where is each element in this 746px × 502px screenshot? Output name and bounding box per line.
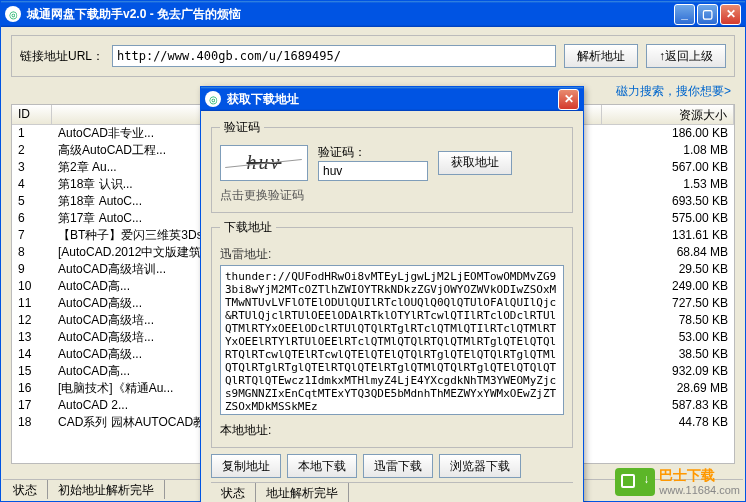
cell-size: 68.84 MB: [602, 244, 734, 261]
minimize-button[interactable]: _: [674, 4, 695, 25]
watermark-logo-icon: [615, 468, 655, 496]
cell-size: 78.50 KB: [602, 312, 734, 329]
cell-size: 693.50 KB: [602, 193, 734, 210]
cell-id: 14: [12, 346, 52, 363]
cell-id: 13: [12, 329, 52, 346]
cell-size: 38.50 KB: [602, 346, 734, 363]
status-text: 初始地址解析完毕: [48, 480, 165, 499]
cell-size: 587.83 KB: [602, 397, 734, 414]
dialog-title: 获取下载地址: [227, 91, 558, 108]
main-titlebar[interactable]: ◎ 城通网盘下载助手v2.0 - 免去广告的烦恼 _ ▢ ✕: [1, 1, 745, 27]
captcha-label: 验证码：: [318, 145, 366, 159]
dialog-titlebar[interactable]: ◎ 获取下载地址 ✕: [201, 87, 583, 111]
cell-id: 16: [12, 380, 52, 397]
cell-size: 28.69 MB: [602, 380, 734, 397]
cell-id: 6: [12, 210, 52, 227]
dialog-buttons: 复制地址 本地下载 迅雷下载 浏览器下载: [211, 454, 573, 478]
cell-size: 1.53 MB: [602, 176, 734, 193]
cell-size: 727.50 KB: [602, 295, 734, 312]
captcha-refresh-hint[interactable]: 点击更换验证码: [220, 187, 564, 204]
cell-id: 17: [12, 397, 52, 414]
local-label: 本地地址:: [220, 423, 271, 437]
parse-button[interactable]: 解析地址: [564, 44, 638, 68]
cell-id: 1: [12, 125, 52, 142]
local-download-button[interactable]: 本地下载: [287, 454, 357, 478]
cell-size: 53.00 KB: [602, 329, 734, 346]
browser-download-button[interactable]: 浏览器下载: [439, 454, 521, 478]
cell-id: 7: [12, 227, 52, 244]
dialog-status-text: 地址解析完毕: [256, 483, 349, 502]
cell-id: 9: [12, 261, 52, 278]
dialog-app-icon: ◎: [205, 91, 221, 107]
cell-id: 8: [12, 244, 52, 261]
url-bar: 链接地址URL： 解析地址 ↑返回上级: [11, 35, 735, 77]
captcha-group: 验证码 huv 验证码： 获取地址 点击更换验证码: [211, 119, 573, 213]
get-address-button[interactable]: 获取地址: [438, 151, 512, 175]
col-size[interactable]: 资源大小: [602, 105, 734, 124]
copy-address-button[interactable]: 复制地址: [211, 454, 281, 478]
maximize-button[interactable]: ▢: [697, 4, 718, 25]
dialog-status-bar: 状态 地址解析完毕: [211, 482, 573, 502]
url-label: 链接地址URL：: [20, 48, 104, 65]
window-title: 城通网盘下载助手v2.0 - 免去广告的烦恼: [27, 6, 674, 23]
cell-id: 15: [12, 363, 52, 380]
cell-id: 4: [12, 176, 52, 193]
dialog-status-label: 状态: [211, 483, 256, 502]
dialog-close-button[interactable]: ✕: [558, 89, 579, 110]
app-icon: ◎: [5, 6, 21, 22]
cell-size: 186.00 KB: [602, 125, 734, 142]
captcha-legend: 验证码: [220, 119, 264, 136]
cell-size: 575.00 KB: [602, 210, 734, 227]
watermark-name: 巴士下载: [659, 468, 740, 483]
cell-id: 2: [12, 142, 52, 159]
thunder-address-box[interactable]: thunder://QUFodHRwOi8vMTEyLjgwLjM2LjEOMT…: [220, 265, 564, 415]
download-dialog: ◎ 获取下载地址 ✕ 验证码 huv 验证码： 获取地址 点击更换验证码 下载地…: [200, 86, 584, 502]
cell-size: 44.78 KB: [602, 414, 734, 431]
watermark: 巴士下载 www.11684.com: [615, 468, 740, 496]
col-id[interactable]: ID: [12, 105, 52, 124]
cell-size: 932.09 KB: [602, 363, 734, 380]
captcha-input[interactable]: [318, 161, 428, 181]
status-label: 状态: [3, 480, 48, 499]
cell-id: 11: [12, 295, 52, 312]
cell-id: 3: [12, 159, 52, 176]
back-button[interactable]: ↑返回上级: [646, 44, 726, 68]
thunder-download-button[interactable]: 迅雷下载: [363, 454, 433, 478]
cell-size: 131.61 KB: [602, 227, 734, 244]
thunder-label: 迅雷地址:: [220, 246, 564, 263]
cell-size: 29.50 KB: [602, 261, 734, 278]
cell-id: 5: [12, 193, 52, 210]
captcha-image[interactable]: huv: [220, 145, 308, 181]
cell-size: 1.08 MB: [602, 142, 734, 159]
download-legend: 下载地址: [220, 219, 276, 236]
watermark-url: www.11684.com: [659, 484, 740, 496]
url-input[interactable]: [112, 45, 556, 67]
cell-id: 10: [12, 278, 52, 295]
cell-id: 18: [12, 414, 52, 431]
cell-size: 249.00 KB: [602, 278, 734, 295]
cell-size: 567.00 KB: [602, 159, 734, 176]
close-button[interactable]: ✕: [720, 4, 741, 25]
download-group: 下载地址 迅雷地址: thunder://QUFodHRwOi8vMTEyLjg…: [211, 219, 573, 448]
cell-id: 12: [12, 312, 52, 329]
